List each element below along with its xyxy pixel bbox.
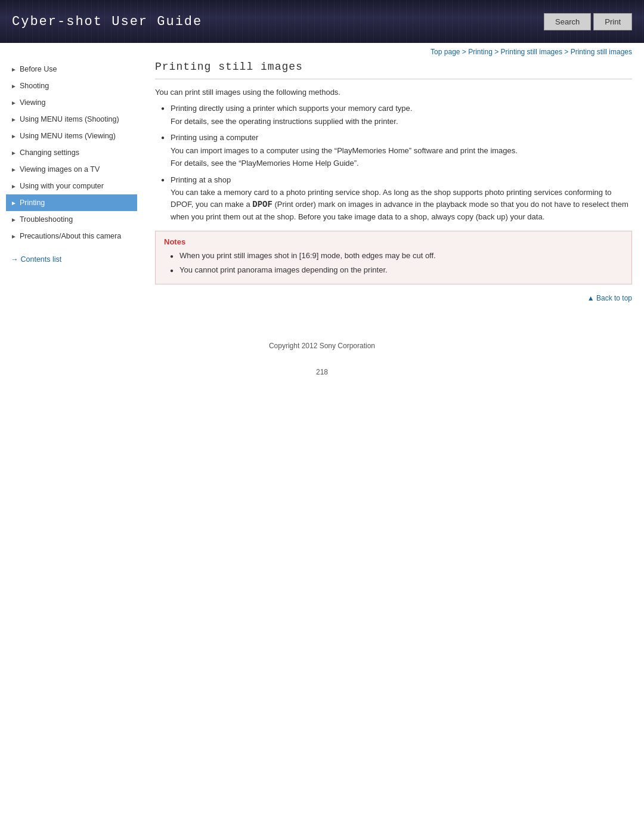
sidebar-item-label: Viewing images on a TV [20,165,100,174]
arrow-right-icon: → [11,255,18,264]
page-title: Printing still images [155,61,632,79]
sidebar-item-printing[interactable]: ► Printing [6,194,137,211]
sidebar-item-shooting[interactable]: ► Shooting [6,78,137,94]
sidebar-item-changing-settings[interactable]: ► Changing settings [6,144,137,161]
copyright-text: Copyright 2012 Sony Corporation [269,342,375,350]
sidebar-item-label: Troubleshooting [20,215,73,224]
breadcrumb-link-printing-still-2[interactable]: Printing still images [571,48,632,56]
app-title: Cyber-shot User Guide [12,14,202,29]
arrow-icon: ► [11,183,17,190]
back-to-top-link[interactable]: ▲ Back to top [587,294,632,302]
bullet-main: Printing using a computer [171,133,258,142]
sidebar-item-menu-shooting[interactable]: ► Using MENU items (Shooting) [6,111,137,128]
sidebar-item-label: Before Use [20,65,57,73]
page-header: Cyber-shot User Guide Search Print [0,0,644,43]
sidebar-item-menu-viewing[interactable]: ► Using MENU items (Viewing) [6,128,137,144]
arrow-icon: ► [11,216,17,223]
sidebar-item-using-computer[interactable]: ► Using with your computer [6,178,137,194]
sidebar-item-label: Precautions/About this camera [20,232,121,240]
bullet-sub-2: For details, see the “PlayMemories Home … [171,157,632,169]
main-content: Printing still images You can print stil… [149,61,638,306]
breadcrumb-link-printing-still-1[interactable]: Printing still images [501,48,562,56]
contents-list-link[interactable]: → Contents list [6,252,137,267]
bullet-sub: You can import images to a computer usin… [171,145,632,157]
arrow-icon: ► [11,166,17,173]
arrow-icon: ► [11,83,17,89]
arrow-icon: ► [11,150,17,156]
breadcrumb-link-printing[interactable]: Printing [468,48,493,56]
notes-item-text: When you print still images shot in [16:… [179,251,436,260]
list-item: Printing using a computer You can import… [161,132,632,169]
back-to-top[interactable]: ▲ Back to top [155,290,632,306]
sidebar-item-label: Viewing [20,98,46,107]
breadcrumb: Top page > Printing > Printing still ima… [0,43,644,61]
bullet-main: Printing directly using a printer which … [171,104,412,113]
arrow-icon: ► [11,66,17,73]
sidebar-item-label: Printing [20,199,45,207]
footer: Copyright 2012 Sony Corporation [0,330,644,362]
header-actions: Search Print [544,13,632,30]
sidebar-item-precautions[interactable]: ► Precautions/About this camera [6,228,137,244]
list-item: Printing directly using a printer which … [161,103,632,127]
list-item: Printing at a shop You can take a memory… [161,174,632,223]
sidebar-item-label: Using with your computer [20,182,104,190]
sidebar-item-troubleshooting[interactable]: ► Troubleshooting [6,211,137,228]
intro-text: You can print still images using the fol… [155,88,632,97]
page-number: 218 [0,362,644,382]
notes-title: Notes [164,237,623,246]
methods-list: Printing directly using a printer which … [155,103,632,222]
sidebar-item-label: Using MENU items (Viewing) [20,132,116,140]
arrow-icon: ► [11,116,17,123]
notes-item: When you print still images shot in [16:… [170,250,623,262]
sidebar-item-before-use[interactable]: ► Before Use [6,61,137,78]
bullet-sub: You can take a memory card to a photo pr… [171,187,632,222]
notes-box: Notes When you print still images shot i… [155,231,632,284]
sidebar-item-label: Changing settings [20,148,79,157]
print-button[interactable]: Print [593,13,632,30]
arrow-icon: ► [11,200,17,206]
bullet-sub: For details, see the operating instructi… [171,116,632,128]
dpof-label: DPOF [252,200,273,209]
arrow-icon: ► [11,100,17,106]
bullet-main: Printing at a shop [171,175,231,184]
sidebar-item-viewing-tv[interactable]: ► Viewing images on a TV [6,161,137,178]
sidebar-item-label: Shooting [20,82,49,90]
notes-item-text: You cannot print panorama images dependi… [179,265,388,274]
search-button[interactable]: Search [544,13,591,30]
contents-list-label: Contents list [21,255,62,264]
breadcrumb-link-top[interactable]: Top page [431,48,460,56]
sidebar: ► Before Use ► Shooting ► Viewing ► Usin… [6,61,137,306]
sidebar-item-viewing[interactable]: ► Viewing [6,94,137,111]
notes-item: You cannot print panorama images dependi… [170,264,623,276]
arrow-icon: ► [11,133,17,140]
main-layout: ► Before Use ► Shooting ► Viewing ► Usin… [0,61,644,318]
arrow-icon: ► [11,233,17,240]
notes-list: When you print still images shot in [16:… [164,250,623,275]
sidebar-item-label: Using MENU items (Shooting) [20,115,119,123]
